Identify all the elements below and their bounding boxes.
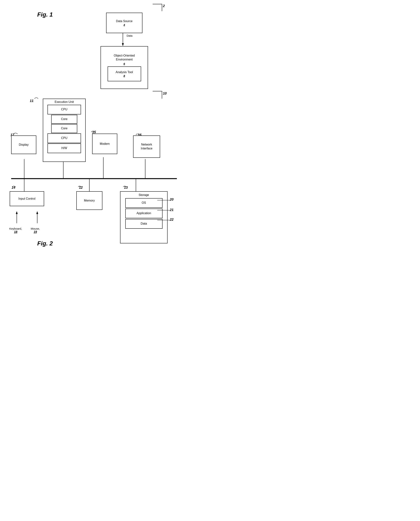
- mouse-label: Mouse, 19: [31, 227, 40, 234]
- hw-box: H/W: [47, 143, 81, 153]
- os-box: OS: [125, 198, 163, 208]
- application-label: Application: [136, 211, 151, 215]
- storage-label: Storage: [139, 193, 149, 197]
- cpu1-label: CPU: [61, 108, 68, 111]
- ref11: 11: [30, 99, 34, 103]
- cpu1-box: CPU: [47, 105, 81, 114]
- core2-box: Core: [51, 124, 77, 133]
- data-box: Data: [125, 219, 163, 229]
- ref22: 22: [170, 218, 173, 222]
- data-label: Data: [141, 222, 147, 226]
- svg-marker-1: [122, 43, 124, 46]
- analysis-tool-title: Analysis Tool: [116, 70, 133, 74]
- memory-box: Memory: [76, 191, 102, 210]
- ref12: 12: [79, 186, 83, 190]
- storage-box: Storage OS Application Data: [120, 191, 168, 243]
- core1-box: Core: [51, 115, 77, 124]
- application-box: Application: [125, 209, 163, 218]
- datasource-title: Data Source: [116, 19, 133, 23]
- network-interface-label: NetworkInterface: [141, 143, 152, 151]
- display-box: Display: [11, 135, 36, 154]
- input-control-box: Input Control: [10, 191, 44, 206]
- ref13: 13: [124, 186, 128, 190]
- core2-label: Core: [61, 126, 68, 131]
- datasource-num: 4: [123, 23, 125, 26]
- oo-env-box: Object-OrientedEnvironment 6 Analysis To…: [101, 46, 148, 89]
- input-control-label: Input Control: [18, 197, 36, 201]
- svg-marker-11: [16, 211, 18, 214]
- modem-box: Modem: [92, 134, 117, 154]
- modem-label: Modem: [100, 142, 110, 146]
- ref21: 21: [170, 208, 173, 212]
- ref20: 20: [170, 198, 173, 202]
- analysis-tool-num: 8: [123, 74, 125, 77]
- ref2: 2: [163, 4, 165, 8]
- hw-label: H/W: [61, 146, 67, 150]
- memory-label: Memory: [84, 199, 95, 203]
- ref14: 14: [12, 186, 15, 190]
- fig1-label: Fig. 1: [37, 11, 53, 18]
- oo-env-title: Object-OrientedEnvironment: [114, 54, 135, 62]
- keyboard-label: Keyboard, 18: [9, 227, 22, 234]
- execution-unit-title: Execution Unit: [54, 100, 74, 104]
- core1-label: Core: [61, 117, 68, 121]
- execution-unit-box: Execution Unit CPU Core Core CPU H/W: [43, 99, 86, 162]
- svg-marker-13: [36, 211, 38, 214]
- network-interface-box: NetworkInterface: [133, 135, 160, 158]
- display-label: Display: [19, 143, 29, 147]
- cpu2-label: CPU: [61, 136, 68, 140]
- data-arrow-label: Data: [127, 34, 133, 37]
- datasource-box: Data Source 4: [106, 13, 142, 33]
- os-label: OS: [142, 201, 146, 205]
- oo-env-num: 6: [123, 62, 125, 65]
- ref10: 10: [163, 92, 167, 95]
- fig2-label: Fig. 2: [37, 240, 53, 247]
- analysis-tool-box: Analysis Tool 8: [108, 66, 141, 81]
- cpu2-box: CPU: [47, 133, 81, 143]
